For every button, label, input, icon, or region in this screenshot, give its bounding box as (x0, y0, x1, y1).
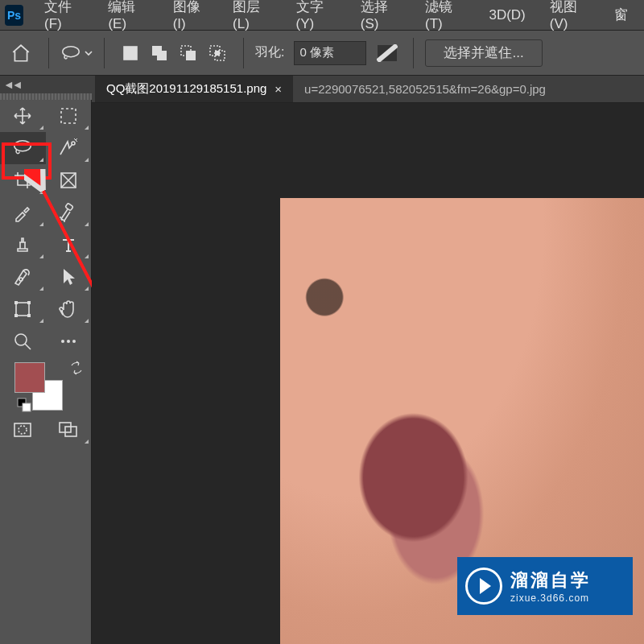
feather-input[interactable] (294, 41, 366, 65)
svg-rect-20 (14, 301, 18, 304)
svg-rect-8 (215, 51, 220, 56)
watermark-sub: zixue.3d66.com (510, 592, 591, 604)
swap-colors-icon[interactable] (69, 361, 84, 375)
artboard-tool[interactable] (0, 293, 46, 325)
svg-rect-21 (27, 301, 31, 304)
selection-intersect-button[interactable] (203, 39, 232, 68)
tool-grid (0, 100, 91, 357)
select-and-mask-button[interactable]: 选择并遮住... (425, 39, 542, 67)
pen-tool[interactable] (0, 261, 46, 293)
default-colors-icon[interactable] (17, 398, 31, 412)
menu-image[interactable]: 图像(I) (162, 0, 220, 35)
menu-edit[interactable]: 编辑(E) (97, 0, 159, 35)
divider (48, 38, 49, 68)
zoom-tool[interactable] (0, 325, 46, 357)
svg-rect-30 (14, 423, 31, 436)
svg-point-12 (72, 142, 75, 145)
canvas-area[interactable]: 溜溜自学 zixue.3d66.com (92, 103, 644, 644)
menu-file[interactable]: 文件(F) (33, 0, 95, 35)
healing-brush-tool[interactable] (46, 196, 92, 229)
watermark-title: 溜溜自学 (510, 568, 591, 592)
lasso-tool[interactable] (0, 132, 46, 164)
svg-point-0 (63, 46, 79, 56)
menu-layer[interactable]: 图层(L) (221, 0, 283, 35)
svg-point-25 (61, 340, 64, 343)
svg-rect-3 (157, 51, 167, 60)
tab-label: QQ截图20191129185151.png (106, 81, 266, 97)
document-tab-strip: QQ截图20191129185151.png × u=2290076521,58… (0, 76, 644, 103)
screen-mode-button[interactable] (46, 414, 92, 446)
play-icon (465, 568, 502, 605)
divider (413, 38, 414, 68)
panel-grip[interactable] (0, 93, 92, 100)
svg-rect-1 (123, 46, 138, 60)
divider (243, 38, 244, 68)
antialias-icon[interactable] (373, 39, 402, 68)
color-swatches (0, 357, 91, 414)
mode-grid (0, 414, 91, 446)
svg-point-11 (14, 141, 31, 151)
menu-select[interactable]: 选择(S) (349, 0, 412, 35)
svg-point-15 (61, 219, 63, 221)
svg-point-16 (60, 217, 61, 218)
svg-point-27 (72, 340, 76, 343)
svg-rect-23 (27, 314, 31, 317)
selection-new-button[interactable] (116, 39, 145, 68)
selection-add-button[interactable] (145, 39, 174, 68)
svg-rect-5 (186, 51, 196, 60)
move-tool[interactable] (0, 100, 46, 132)
hand-tool[interactable] (46, 293, 92, 325)
selection-mode-group (116, 37, 232, 69)
svg-rect-29 (23, 403, 31, 411)
foreground-color-swatch[interactable] (14, 362, 45, 393)
tab-inactive-document[interactable]: u=2290076521,582052515&fm=26&gp=0.jpg (293, 76, 557, 102)
svg-point-17 (64, 221, 65, 222)
menu-3d[interactable]: 3D(D) (477, 4, 536, 27)
chevron-down-icon (85, 49, 93, 57)
menu-filter[interactable]: 滤镜(T) (414, 0, 476, 35)
watermark-badge: 溜溜自学 zixue.3d66.com (457, 557, 633, 615)
selection-subtract-button[interactable] (174, 39, 203, 68)
home-button[interactable] (5, 37, 37, 69)
eyedropper-tool[interactable] (0, 196, 46, 229)
quick-mask-button[interactable] (0, 414, 46, 446)
ps-logo: Ps (5, 5, 23, 26)
quick-selection-tool[interactable] (46, 132, 92, 164)
tool-preset-dropdown[interactable] (60, 37, 93, 69)
type-tool[interactable] (46, 229, 92, 261)
menu-bar: Ps 文件(F) 编辑(E) 图像(I) 图层(L) 文字(Y) 选择(S) 滤… (0, 0, 644, 31)
menu-window[interactable]: 窗 (603, 2, 639, 27)
clone-stamp-tool[interactable] (0, 229, 46, 261)
marquee-tool[interactable] (46, 100, 92, 132)
toolbox (0, 100, 92, 644)
close-icon[interactable]: × (275, 82, 282, 96)
options-bar: 羽化: 选择并遮住... (0, 31, 644, 76)
panel-collapse-button[interactable]: ◄◄ (0, 76, 92, 93)
tab-label: u=2290076521,582052515&fm=26&gp=0.jpg (304, 82, 546, 96)
path-selection-tool[interactable] (46, 261, 92, 293)
tab-active-document[interactable]: QQ截图20191129185151.png × (95, 76, 293, 102)
edit-toolbar-button[interactable] (46, 325, 92, 357)
menu-type[interactable]: 文字(Y) (285, 0, 348, 35)
svg-rect-22 (14, 314, 18, 317)
menu-view[interactable]: 视图(V) (539, 0, 601, 35)
svg-point-24 (15, 334, 27, 345)
svg-rect-14 (65, 203, 73, 211)
crop-tool[interactable] (0, 164, 46, 196)
svg-point-31 (19, 426, 27, 434)
divider (104, 38, 105, 68)
svg-rect-10 (61, 109, 76, 123)
svg-point-18 (19, 278, 23, 281)
svg-rect-19 (16, 303, 29, 316)
feather-label: 羽化: (255, 44, 284, 61)
frame-tool[interactable] (46, 164, 92, 196)
svg-point-26 (67, 340, 70, 343)
